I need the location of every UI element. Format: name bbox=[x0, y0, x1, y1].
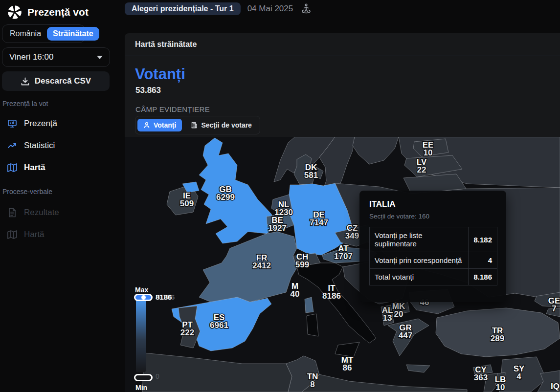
app: Prezență vot România Străinătate Vineri … bbox=[0, 0, 560, 392]
date-label: 04 Mai 2025 bbox=[247, 4, 293, 14]
person-icon bbox=[143, 122, 150, 129]
download-icon bbox=[21, 77, 30, 86]
country-label: 8 bbox=[310, 380, 314, 389]
legend-gradient-track[interactable] bbox=[136, 299, 146, 372]
time-select-value: Vineri 16:00 bbox=[9, 52, 53, 62]
country-label: 4 bbox=[516, 372, 521, 381]
country-label: 509 bbox=[180, 199, 194, 208]
legend-max-label: Max bbox=[135, 286, 148, 294]
toggle-votanti-label: Votanți bbox=[154, 121, 176, 129]
country-label: 7147 bbox=[310, 218, 328, 227]
country-label: 22 bbox=[417, 165, 426, 174]
building-icon bbox=[191, 122, 198, 129]
color-scale-legend: Max 8186 8186 0 Min bbox=[131, 286, 175, 392]
toggle-sectii[interactable]: Secții de votare bbox=[185, 119, 258, 131]
country-label: 6299 bbox=[216, 193, 235, 202]
accessibility-icon[interactable] bbox=[300, 2, 313, 15]
sidebar-item-label: Prezență bbox=[24, 119, 57, 129]
sidebar-item-label: Hartă bbox=[24, 163, 45, 173]
country-sardinia[interactable] bbox=[307, 314, 318, 336]
table-row: Total votanți 8.186 bbox=[370, 269, 497, 285]
country-label: 10 bbox=[496, 383, 505, 392]
country-label: 7 bbox=[552, 304, 556, 313]
country-label: 2412 bbox=[252, 261, 271, 270]
highlight-field-label: CÂMP EVIDENȚIERE bbox=[135, 105, 210, 113]
chart-icon bbox=[7, 140, 18, 151]
highlight-field-toggle: Votanți Secții de votare bbox=[135, 116, 260, 134]
table-row: Votanți pe liste suplimentare 8.182 bbox=[370, 227, 497, 252]
sidebar-item-harta-pv[interactable]: Hartă bbox=[2, 227, 110, 242]
country-label: 10 bbox=[424, 148, 433, 157]
download-csv-label: Descarcă CSV bbox=[35, 76, 91, 86]
country-label: 6961 bbox=[210, 321, 228, 330]
sidebar-item-statistici[interactable]: Statistici bbox=[2, 138, 110, 153]
map-panel: Hartă străinătate Votanți 53.863 CÂMP EV… bbox=[125, 33, 560, 392]
row-value: 8.186 bbox=[469, 269, 497, 285]
row-value: 8.182 bbox=[469, 227, 497, 252]
table-row: Votanți prin corespondență 4 bbox=[370, 252, 497, 269]
map-icon bbox=[7, 162, 18, 173]
country-tooltip: ITALIA Secții de votare: 160 Votanți pe … bbox=[359, 191, 506, 302]
country-label: 581 bbox=[304, 171, 318, 180]
panel-header: Hartă străinătate bbox=[125, 33, 560, 56]
legend-handle-value: 8186 bbox=[156, 293, 172, 301]
tooltip-subtitle: Secții de votare: 160 bbox=[369, 213, 496, 220]
tab-romania[interactable]: România bbox=[4, 27, 47, 41]
sidebar-item-label: Rezultate bbox=[24, 208, 59, 218]
country-label: 363 bbox=[474, 373, 488, 382]
legend-min-handle[interactable] bbox=[134, 374, 153, 381]
download-csv-button[interactable]: Descarcă CSV bbox=[2, 71, 110, 91]
sidebar-item-harta[interactable]: Hartă bbox=[2, 160, 110, 175]
topbar: Alegeri prezidențiale - Tur 1 04 Mai 202… bbox=[125, 0, 313, 18]
legend-min-label: Min bbox=[135, 384, 147, 392]
tab-strainatate[interactable]: Străinătate bbox=[47, 27, 99, 41]
tooltip-table: Votanți pe liste suplimentare 8.182 Vota… bbox=[369, 227, 497, 285]
section-label-procese: Procese-verbale bbox=[2, 188, 52, 196]
monitor-icon bbox=[7, 118, 18, 129]
country-label: 349 bbox=[345, 231, 359, 240]
tooltip-country-name: ITALIA bbox=[369, 199, 496, 209]
country-label: 8186 bbox=[322, 291, 341, 301]
country-label: IQ bbox=[551, 382, 560, 391]
metric-value: 53.863 bbox=[135, 86, 161, 95]
row-label: Votanți pe liste suplimentare bbox=[370, 227, 469, 252]
country-label: 599 bbox=[295, 260, 309, 269]
document-icon bbox=[7, 207, 18, 218]
chevron-down-icon bbox=[97, 56, 103, 59]
election-badge: Alegeri prezidențiale - Tur 1 bbox=[125, 2, 241, 15]
section-label-prezenta: Prezență la vot bbox=[2, 100, 48, 108]
legend-scale-min: 0 bbox=[156, 372, 159, 380]
map-icon bbox=[7, 229, 18, 240]
sidebar-item-label: Statistici bbox=[24, 141, 55, 151]
app-title: Prezență vot bbox=[27, 6, 89, 18]
time-select[interactable]: Vineri 16:00 bbox=[2, 47, 110, 67]
country-label: 447 bbox=[399, 331, 412, 340]
sidebar-item-label: Hartă bbox=[24, 230, 45, 240]
sidebar-item-rezultate[interactable]: Rezultate bbox=[2, 205, 110, 220]
aperture-logo-icon bbox=[7, 4, 22, 20]
country-label: 86 bbox=[343, 363, 352, 372]
country-label: 13 bbox=[383, 313, 392, 323]
country-label: 289 bbox=[491, 334, 504, 343]
metric-title: Votanți bbox=[135, 65, 185, 83]
sidebar: Prezență vot România Străinătate Vineri … bbox=[0, 0, 115, 392]
country-label: 1927 bbox=[268, 223, 287, 233]
row-value: 4 bbox=[469, 252, 497, 269]
legend-max-handle[interactable] bbox=[134, 294, 153, 301]
country-label: 222 bbox=[180, 328, 194, 337]
row-label: Total votanți bbox=[370, 269, 469, 285]
country-label: 1707 bbox=[334, 252, 353, 261]
toggle-votanti[interactable]: Votanți bbox=[137, 119, 182, 131]
logo-row: Prezență vot bbox=[7, 4, 89, 20]
toggle-sectii-label: Secții de votare bbox=[201, 121, 252, 129]
sidebar-item-prezenta[interactable]: Prezență bbox=[2, 116, 110, 131]
country-label: 20 bbox=[394, 309, 403, 319]
row-label: Votanți prin corespondență bbox=[370, 252, 469, 269]
country-scope-tabs: România Străinătate bbox=[2, 24, 85, 43]
country-label: 40 bbox=[291, 289, 300, 299]
